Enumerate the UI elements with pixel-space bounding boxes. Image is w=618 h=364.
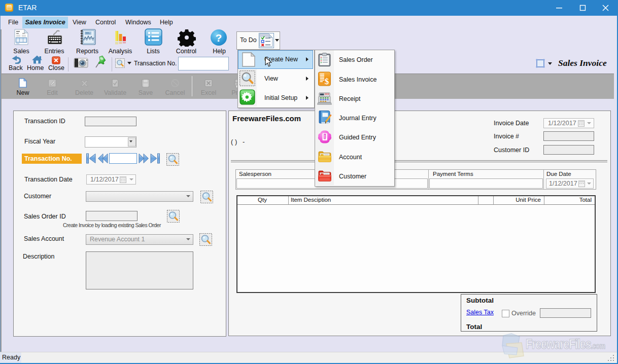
svg-text:?: ? xyxy=(216,32,222,44)
svg-text:$: $ xyxy=(325,77,329,86)
